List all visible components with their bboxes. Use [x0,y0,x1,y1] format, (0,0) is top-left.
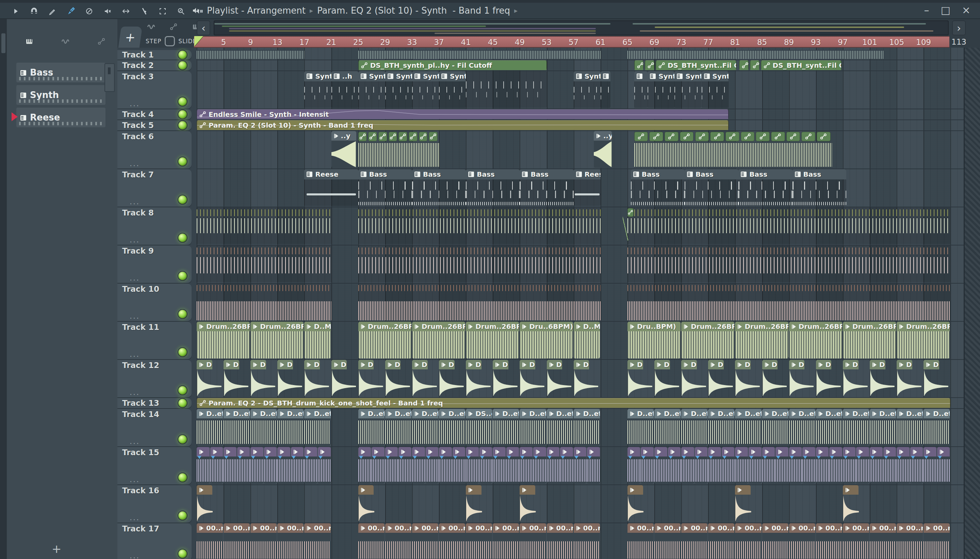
pattern-clip[interactable]: Bass [520,169,573,206]
track-header-7[interactable]: Track 7... [117,169,191,207]
audio-clip[interactable] [574,447,587,484]
automation-chip[interactable] [786,132,800,141]
pattern-clip[interactable]: Synth [675,71,701,108]
audio-clip[interactable]: 00..r [197,523,223,559]
audio-clip[interactable]: 00..r [897,523,923,559]
audio-clip[interactable]: 00..r [251,523,277,559]
audio-clip[interactable]: 00..r [277,523,304,559]
playhead-marker[interactable] [194,36,203,46]
audio-clip[interactable]: D..et [520,409,546,446]
track-mute-led[interactable] [178,271,188,281]
pattern-clip[interactable] [634,71,648,108]
automation-tab-icon[interactable] [95,36,108,47]
pattern-clip[interactable]: Reese [304,169,358,206]
one-shot-clip[interactable]: D.. [870,360,897,397]
timeline-ruler[interactable]: 5913172125293337414549535761656973778185… [194,36,949,48]
track-lane-3[interactable]: Synth..hSynthSynthSynthSynthSynth..hSynt… [197,71,964,109]
track-mute-led[interactable] [178,233,188,243]
audio-clip[interactable] [910,447,923,484]
audio-clip[interactable] [641,447,654,484]
automation-clip[interactable] [645,60,654,70]
one-shot-clip[interactable] [520,485,546,522]
pattern-clip[interactable]: ..h [332,71,358,108]
audio-clip[interactable] [210,447,223,484]
one-shot-clip[interactable]: D.. [816,360,843,397]
pattern-clip[interactable]: Bass [412,169,466,206]
slip-icon[interactable] [137,5,151,17]
one-shot-clip[interactable]: D.. [897,360,924,397]
audio-clip[interactable] [708,447,721,484]
audio-clip[interactable] [264,447,277,484]
pattern-stripe-clip[interactable] [358,284,601,320]
track-header-8[interactable]: Track 8... [117,207,191,245]
one-shot-clip[interactable]: D.. [574,360,601,397]
audio-clip-body[interactable] [634,142,832,168]
audio-clip[interactable]: D..et [708,409,734,446]
minimize-button[interactable]: – [924,4,929,16]
automation-source-icon[interactable] [167,21,180,33]
audio-clip[interactable]: Drum..26BPM) [412,322,465,359]
audio-clip[interactable] [735,447,748,484]
automation-chip[interactable] [665,132,678,141]
automation-clip[interactable]: DS_BTH_synt..Fil Cutoff [761,60,841,70]
audio-clip[interactable]: D..et [762,409,789,446]
one-shot-clip[interactable] [466,485,493,522]
mute-icon[interactable] [101,5,114,17]
audio-clip[interactable]: Drum..26BPM) [897,322,950,359]
play-icon[interactable] [9,5,23,17]
audio-clip[interactable] [412,447,425,484]
audio-clip[interactable]: D..et [870,409,896,446]
one-shot-clip[interactable]: D.. [681,360,708,397]
track-lane-1[interactable] [197,50,964,60]
one-shot-clip[interactable] [843,485,870,522]
scroll-left-button[interactable]: ‹ [197,20,210,35]
audio-clip[interactable]: D..et [251,409,277,446]
audio-clip[interactable]: 00..r [385,523,411,559]
one-shot-clip[interactable]: D.. [466,360,493,397]
audio-clip[interactable]: D..et [897,409,923,446]
automation-chip[interactable] [419,132,428,141]
track-mute-led[interactable] [178,157,188,167]
automation-chip[interactable] [756,132,770,141]
audio-clip[interactable]: ..y [594,131,612,168]
pattern-clip[interactable]: ..h [601,71,611,108]
pattern-stripe-clip[interactable] [627,207,950,244]
track-header-4[interactable]: Track 4 [117,109,191,119]
audio-clip[interactable] [749,447,762,484]
audio-clip[interactable]: D..et [277,409,304,446]
one-shot-clip[interactable]: D.. [439,360,466,397]
audio-clip[interactable]: 00..r [681,523,708,559]
one-shot-clip[interactable]: D.. [708,360,735,397]
pattern-clip[interactable]: Synth [385,71,412,108]
audio-clip[interactable]: DS..et [466,409,492,446]
track-mute-led[interactable] [178,473,188,482]
pattern-clip[interactable]: Synth [648,71,675,108]
pattern-clip[interactable]: Bass [358,169,412,206]
audio-clip[interactable]: 00..r [843,523,869,559]
one-shot-clip[interactable]: D.. [332,360,358,397]
audio-clip[interactable] [802,447,815,484]
breadcrumb-editor-target[interactable]: Param. EQ 2 (Slot 10) - Synth - Band 1 f… [317,5,510,16]
audio-clip[interactable]: Dru..BPM) [627,322,681,359]
audio-clip[interactable] [668,447,681,484]
waveform-source-icon[interactable] [144,21,158,33]
automation-clip[interactable]: Param. EQ 2 - DS_BTH_drum_kick_one_shot_… [197,398,950,407]
pattern-stripe-clip[interactable] [197,284,332,320]
track-lane-17[interactable]: 00..r00..r00..r00..r00..r00..r00..r00..r… [197,523,964,559]
audio-clip[interactable] [560,447,573,484]
automation-clip[interactable] [750,60,759,70]
automation-chip[interactable] [801,132,815,141]
automation-clip[interactable]: DS_BTH_synt..Fil Cutoff [656,60,736,70]
audio-clip[interactable]: 00..r [466,523,492,559]
audio-clip[interactable] [533,447,546,484]
pattern-clip[interactable]: Synth [304,71,331,108]
automation-chip[interactable] [398,132,408,141]
one-shot-clip[interactable] [197,485,224,522]
track-header-13[interactable]: Track 13 [117,398,191,408]
automation-chip[interactable] [358,132,367,141]
zoom-icon[interactable] [174,5,188,17]
one-shot-clip[interactable]: D.. [251,360,277,397]
audio-clip[interactable]: 00..r [520,523,546,559]
audio-clip[interactable] [883,447,896,484]
audio-clip[interactable]: 00..r [735,523,761,559]
